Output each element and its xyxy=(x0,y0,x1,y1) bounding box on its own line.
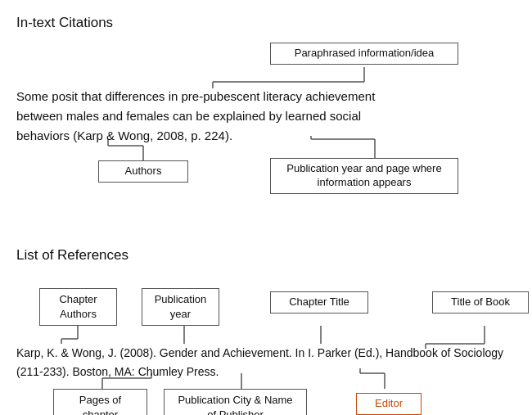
pub-year-box: Publication year xyxy=(142,288,219,326)
pub-city-box: Publication City & Name of Publisher xyxy=(164,389,307,415)
ref-year: (2008). xyxy=(117,346,160,359)
chapter-authors-box: Chapter Authors xyxy=(39,288,117,326)
ref-chapter-text: Gender and Achievement. In I. Parker (Ed… xyxy=(160,346,385,359)
paraphrase-box: Paraphrased information/idea xyxy=(270,43,458,65)
refs-title: List of References xyxy=(16,247,516,264)
chapter-title-box: Chapter Title xyxy=(270,291,368,314)
authors-box: Authors xyxy=(98,160,188,183)
ref-pages-pub: (211-233). Boston, MA: Chumley Press. xyxy=(16,365,219,378)
editor-box: Editor xyxy=(356,393,422,415)
refs-section: List of References xyxy=(16,247,516,415)
pages-of-chapter-box: Pages of chapter xyxy=(53,389,147,415)
citation-paragraph: Some posit that differences in pre-pubes… xyxy=(16,87,375,146)
refs-diagram: Chapter Authors Publication year Chapter… xyxy=(16,272,516,415)
citation-line2: between males and females can be explain… xyxy=(16,109,361,123)
citation-line3: behaviors (Karp & Wong, 2008, p. 224). xyxy=(16,129,232,142)
reference-text: Karp, K. & Wong, J. (2008). Gender and A… xyxy=(16,344,516,381)
ref-booktitle: Handbook of Sociology xyxy=(385,346,503,359)
ref-authors: Karp, K. & Wong, J. xyxy=(16,346,117,359)
pubyear-box: Publication year and page where informat… xyxy=(270,158,458,194)
intext-title: In-text Citations xyxy=(16,15,516,31)
title-of-book-box: Title of Book xyxy=(432,291,529,314)
intext-diagram: Paraphrased information/idea Some posit … xyxy=(16,39,516,228)
intext-section: In-text Citations Paraphrased informatio… xyxy=(16,15,516,228)
citation-line1: Some posit that differences in pre-pubes… xyxy=(16,89,375,103)
